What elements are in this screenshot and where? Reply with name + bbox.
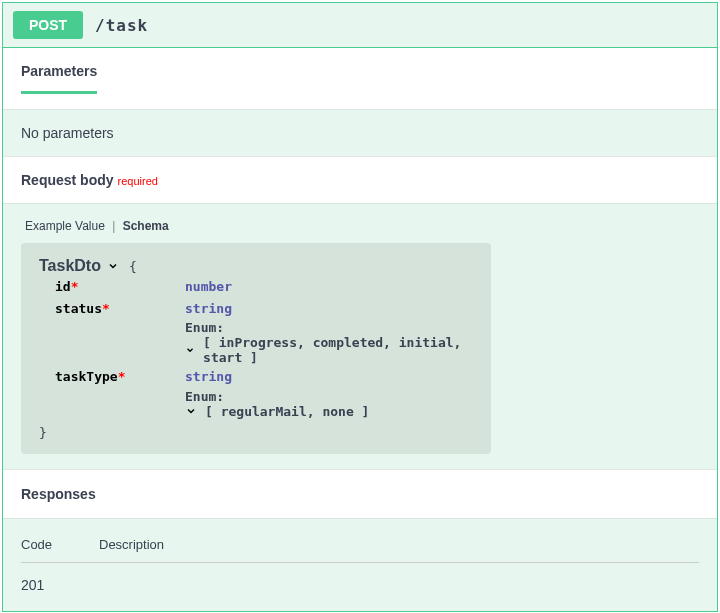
request-body-label: Request body xyxy=(21,172,114,188)
required-star: * xyxy=(118,369,126,384)
request-body-content: Example Value | Schema TaskDto { id* num… xyxy=(3,203,717,469)
required-star: * xyxy=(71,279,79,294)
required-tag: required xyxy=(118,175,158,187)
method-badge: POST xyxy=(13,11,83,39)
endpoint-header[interactable]: POST /task xyxy=(3,3,717,48)
model-toggle[interactable]: TaskDto { xyxy=(39,257,137,275)
tab-divider: | xyxy=(112,219,115,233)
responses-table: Code Description 201 xyxy=(3,518,717,611)
enum-label: Enum: xyxy=(185,320,473,335)
prop-row: status* string xyxy=(55,299,473,319)
prop-type: string xyxy=(185,299,232,319)
chevron-down-icon xyxy=(185,405,197,417)
prop-type: string xyxy=(185,367,232,387)
enum-label: Enum: xyxy=(185,389,473,404)
prop-name: status xyxy=(55,301,102,316)
tab-example-value[interactable]: Example Value xyxy=(21,219,109,233)
request-body-header: Request body required xyxy=(3,156,717,203)
response-row: 201 xyxy=(21,563,699,593)
endpoint-path: /task xyxy=(95,16,148,35)
parameters-tab[interactable]: Parameters xyxy=(21,63,97,94)
model-name: TaskDto xyxy=(39,257,101,275)
enum-toggle[interactable]: [ regularMail, none ] xyxy=(185,404,473,419)
tab-schema[interactable]: Schema xyxy=(119,219,173,233)
required-star: * xyxy=(102,301,110,316)
schema-tabs: Example Value | Schema xyxy=(21,219,699,233)
enum-values: [ regularMail, none ] xyxy=(205,404,369,419)
endpoint-panel: POST /task Parameters No parameters Requ… xyxy=(2,2,718,612)
responses-heading: Responses xyxy=(3,469,717,518)
prop-row: taskType* string xyxy=(55,367,473,387)
col-code: Code xyxy=(21,537,99,552)
parameters-section-header: Parameters xyxy=(3,48,717,109)
enum-toggle[interactable]: [ inProgress, completed, initial, start … xyxy=(185,335,473,365)
schema-box: TaskDto { id* number status* string Enum… xyxy=(21,243,491,454)
chevron-down-icon xyxy=(107,260,119,272)
enum-values: [ inProgress, completed, initial, start … xyxy=(203,335,473,365)
col-description: Description xyxy=(99,537,164,552)
no-parameters-msg: No parameters xyxy=(3,109,717,156)
prop-name: id xyxy=(55,279,71,294)
chevron-down-icon xyxy=(185,344,195,356)
close-brace: } xyxy=(39,425,473,440)
response-code: 201 xyxy=(21,577,99,593)
prop-type: number xyxy=(185,277,232,297)
prop-name: taskType xyxy=(55,369,118,384)
open-brace: { xyxy=(129,259,137,274)
prop-row: id* number xyxy=(55,277,473,297)
